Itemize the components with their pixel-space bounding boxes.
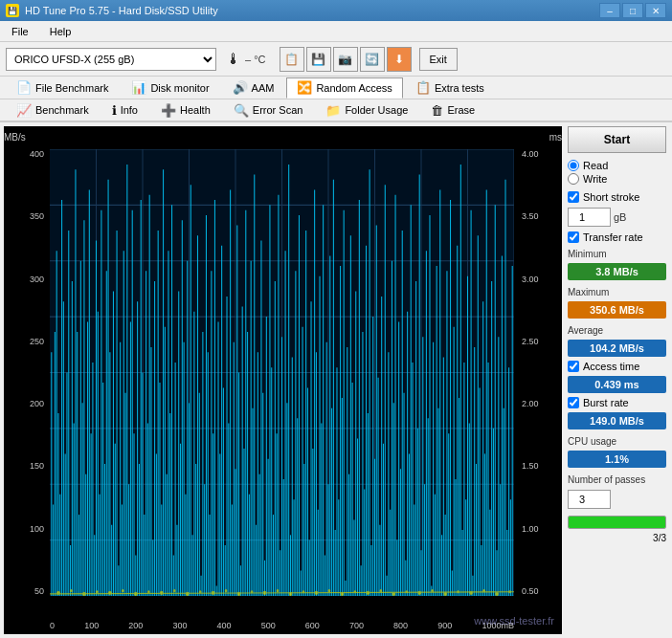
tab-info[interactable]: ℹ Info bbox=[101, 99, 148, 121]
icon-btn-3[interactable]: 📷 bbox=[333, 47, 358, 72]
svg-point-297 bbox=[160, 591, 163, 594]
help-menu[interactable]: Help bbox=[44, 24, 78, 39]
temp-display: 🌡 – °C bbox=[226, 51, 266, 68]
x-label-700: 700 bbox=[349, 621, 364, 630]
minimize-button[interactable]: – bbox=[599, 3, 620, 18]
short-stroke-checkbox[interactable]: Short stroke bbox=[568, 191, 666, 203]
temp-icon: 🌡 bbox=[226, 51, 241, 68]
short-stroke-unit: gB bbox=[614, 211, 626, 223]
drive-select[interactable]: ORICO UFSD-X (255 gB) bbox=[6, 48, 216, 71]
erase-icon: 🗑 bbox=[431, 103, 443, 118]
chart-container: 400 350 300 250 200 150 100 50 MB/s ms bbox=[4, 126, 562, 634]
benchmark-icon: 📈 bbox=[16, 103, 32, 118]
radio-read-input[interactable] bbox=[568, 160, 579, 171]
chart-svg bbox=[50, 149, 514, 596]
svg-point-299 bbox=[186, 592, 189, 595]
svg-point-317 bbox=[418, 591, 421, 594]
svg-point-315 bbox=[392, 592, 395, 595]
tab-info-label: Info bbox=[121, 104, 138, 116]
svg-point-295 bbox=[134, 592, 137, 595]
burst-rate-value: 149.0 MB/s bbox=[568, 412, 666, 429]
exit-button[interactable]: Exit bbox=[419, 48, 458, 71]
svg-point-298 bbox=[173, 590, 175, 592]
passes-label: Number of passes bbox=[568, 474, 666, 485]
access-time-input[interactable] bbox=[568, 361, 579, 372]
tab-health[interactable]: ➕ Health bbox=[150, 99, 221, 121]
average-value: 104.2 MB/s bbox=[568, 340, 666, 357]
radio-group-rw: Read Write bbox=[568, 160, 666, 185]
icon-btn-5[interactable]: ⬇ bbox=[387, 47, 412, 72]
svg-point-308 bbox=[302, 591, 304, 593]
icon-btn-1[interactable]: 📋 bbox=[280, 47, 304, 72]
passes-value[interactable] bbox=[568, 490, 611, 509]
main-content: 400 350 300 250 200 150 100 50 MB/s ms bbox=[0, 122, 672, 638]
short-stroke-value[interactable] bbox=[568, 208, 611, 227]
svg-point-296 bbox=[147, 591, 149, 593]
tab-aam[interactable]: 🔊 AAM bbox=[222, 77, 285, 99]
tab-random-access[interactable]: 🔀 Random Access bbox=[286, 77, 402, 99]
svg-point-312 bbox=[354, 591, 356, 593]
progress-label: 3/3 bbox=[653, 533, 666, 543]
y-axis-label-ms: ms bbox=[549, 132, 562, 143]
info-icon: ℹ bbox=[112, 103, 117, 118]
window-title: HD Tune Pro 5.75 - Hard Disk/SSD Utility bbox=[25, 5, 218, 16]
burst-rate-input[interactable] bbox=[568, 397, 579, 408]
access-time-label: Access time bbox=[583, 361, 639, 372]
svg-point-319 bbox=[444, 592, 447, 595]
radio-write-label: Write bbox=[583, 173, 607, 185]
tab-extra-tests-label: Extra tests bbox=[435, 82, 484, 94]
icon-btn-2[interactable]: 💾 bbox=[306, 47, 331, 72]
tab-extra-tests[interactable]: 📋 Extra tests bbox=[405, 77, 495, 99]
tab-benchmark[interactable]: 📈 Benchmark bbox=[6, 99, 100, 121]
radio-read[interactable]: Read bbox=[568, 160, 666, 171]
transfer-rate-checkbox[interactable]: Transfer rate bbox=[568, 231, 666, 243]
burst-rate-checkbox[interactable]: Burst rate bbox=[568, 397, 666, 408]
svg-point-301 bbox=[212, 591, 214, 594]
tab-disk-monitor[interactable]: 📊 Disk monitor bbox=[121, 77, 219, 99]
access-time-checkbox[interactable]: Access time bbox=[568, 361, 666, 372]
y-label-250: 250 bbox=[30, 337, 44, 346]
transfer-rate-input[interactable] bbox=[568, 231, 579, 243]
y-axis-left: 400 350 300 250 200 150 100 50 bbox=[4, 149, 48, 596]
tab-error-scan[interactable]: 🔍 Error Scan bbox=[223, 99, 314, 121]
tab-folder-usage[interactable]: 📁 Folder Usage bbox=[315, 99, 418, 121]
y-label-200: 200 bbox=[30, 399, 44, 408]
maximize-button[interactable]: □ bbox=[622, 3, 643, 18]
tab-erase-label: Erase bbox=[447, 104, 475, 116]
svg-point-322 bbox=[483, 590, 485, 592]
y-axis-right: 4.00 3.50 3.00 2.50 2.00 1.50 1.00 0.50 bbox=[518, 149, 562, 596]
tab-random-access-label: Random Access bbox=[316, 82, 392, 94]
radio-write[interactable]: Write bbox=[568, 173, 666, 185]
health-icon: ➕ bbox=[161, 103, 176, 118]
y-right-label-4: 4.00 bbox=[522, 149, 539, 159]
close-button[interactable]: ✕ bbox=[645, 3, 666, 18]
radio-write-input[interactable] bbox=[568, 173, 579, 185]
tab-aam-label: AAM bbox=[252, 82, 275, 94]
svg-point-293 bbox=[109, 591, 112, 594]
error-scan-icon: 🔍 bbox=[234, 103, 249, 118]
short-stroke-input[interactable] bbox=[568, 191, 579, 203]
x-label-400: 400 bbox=[217, 621, 232, 630]
minimum-label: Minimum bbox=[568, 249, 666, 259]
tab-file-benchmark[interactable]: 📄 File Benchmark bbox=[6, 77, 119, 99]
svg-point-291 bbox=[83, 592, 86, 595]
toolbar: ORICO UFSD-X (255 gB) 🌡 – °C 📋 💾 📷 🔄 ⬇ E… bbox=[0, 42, 672, 77]
svg-point-309 bbox=[315, 591, 318, 594]
aam-icon: 🔊 bbox=[233, 80, 248, 95]
start-button[interactable]: Start bbox=[568, 126, 666, 153]
tab-erase[interactable]: 🗑 Erase bbox=[420, 99, 485, 121]
svg-point-290 bbox=[71, 590, 73, 592]
y-label-400: 400 bbox=[30, 149, 44, 159]
extra-tests-icon: 📋 bbox=[415, 80, 431, 95]
short-stroke-row: gB bbox=[568, 208, 666, 227]
tab-health-label: Health bbox=[180, 104, 211, 116]
icon-btn-4[interactable]: 🔄 bbox=[360, 47, 385, 72]
burst-rate-label: Burst rate bbox=[583, 397, 629, 408]
radio-read-label: Read bbox=[583, 160, 608, 171]
toolbar-icons: 📋 💾 📷 🔄 ⬇ bbox=[280, 47, 412, 72]
progress-bar-container bbox=[568, 516, 666, 529]
file-menu[interactable]: File bbox=[6, 24, 34, 39]
title-bar: 💾 HD Tune Pro 5.75 - Hard Disk/SSD Utili… bbox=[0, 0, 672, 21]
x-axis: 0 100 200 300 400 500 600 700 800 900 10… bbox=[50, 621, 514, 630]
svg-point-304 bbox=[251, 591, 253, 593]
